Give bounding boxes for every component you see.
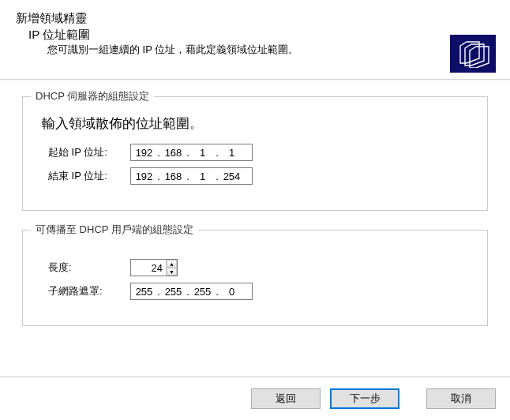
length-label: 長度: (42, 261, 130, 275)
end-ip-row: 結束 IP 位址: . . . (42, 167, 468, 185)
end-ip-label: 結束 IP 位址: (42, 169, 130, 183)
end-ip-octet-4[interactable] (219, 171, 245, 182)
length-row: 長度: ▲ ▼ (42, 259, 468, 276)
start-ip-row: 起始 IP 位址: . . . (42, 144, 468, 161)
mask-octet-4[interactable] (219, 286, 245, 298)
end-ip-octet-3[interactable] (189, 171, 216, 182)
wizard-window: 新增領域精靈 IP 位址範圍 您可識別一組連續的 IP 位址，藉此定義領域位址範… (0, 0, 510, 420)
wizard-header: 新增領域精靈 IP 位址範圍 您可識別一組連續的 IP 位址，藉此定義領域位址範… (0, 0, 510, 79)
dhcp-client-config-group: 可傳播至 DHCP 用戶端的組態設定 長度: ▲ ▼ 子網路遮罩: (22, 230, 488, 326)
end-ip-octet-2[interactable] (160, 171, 186, 182)
wizard-body: DHCP 伺服器的組態設定 輸入領域散佈的位址範圍。 起始 IP 位址: . .… (0, 81, 510, 353)
mask-label: 子網路遮罩: (42, 284, 130, 298)
start-ip-octet-3[interactable] (189, 147, 216, 159)
mask-octet-2[interactable] (160, 286, 186, 298)
start-ip-octet-4[interactable] (219, 147, 245, 159)
length-spin-up[interactable]: ▲ (167, 260, 177, 268)
wizard-footer: 返回 下一步 取消 (0, 377, 510, 420)
mask-octet-3[interactable] (189, 286, 216, 298)
end-ip-octet-1[interactable] (131, 171, 157, 182)
files-icon (450, 35, 496, 73)
mask-row: 子網路遮罩: . . . (42, 283, 468, 300)
cancel-button[interactable]: 取消 (426, 388, 496, 409)
back-button[interactable]: 返回 (251, 388, 321, 409)
page-subtitle: IP 位址範圍 (28, 28, 90, 41)
dhcp-server-config-group: DHCP 伺服器的組態設定 輸入領域散佈的位址範圍。 起始 IP 位址: . .… (22, 96, 488, 211)
length-spin-buttons: ▲ ▼ (166, 260, 177, 276)
length-input[interactable] (131, 260, 166, 276)
start-ip-input[interactable]: . . . (130, 144, 253, 161)
start-ip-octet-2[interactable] (160, 147, 186, 159)
button-gap (409, 388, 417, 409)
subnet-mask-input[interactable]: . . . (130, 283, 253, 300)
window-title: 新增領域精靈 (16, 11, 494, 26)
end-ip-input[interactable]: . . . (130, 167, 253, 185)
next-button[interactable]: 下一步 (330, 388, 399, 409)
length-stepper[interactable]: ▲ ▼ (130, 259, 178, 276)
group1-legend: DHCP 伺服器的組態設定 (31, 89, 154, 103)
start-ip-label: 起始 IP 位址: (42, 145, 130, 159)
group2-legend: 可傳播至 DHCP 用戶端的組態設定 (31, 223, 198, 237)
mask-octet-1[interactable] (131, 286, 157, 298)
start-ip-octet-1[interactable] (131, 147, 157, 159)
page-description: 您可識別一組連續的 IP 位址，藉此定義領域位址範圍。 (47, 43, 494, 57)
header-sub: IP 位址範圍 您可識別一組連續的 IP 位址，藉此定義領域位址範圍。 (28, 28, 494, 57)
group1-instruction: 輸入領域散佈的位址範圍。 (42, 114, 468, 133)
length-spin-down[interactable]: ▼ (167, 268, 177, 276)
